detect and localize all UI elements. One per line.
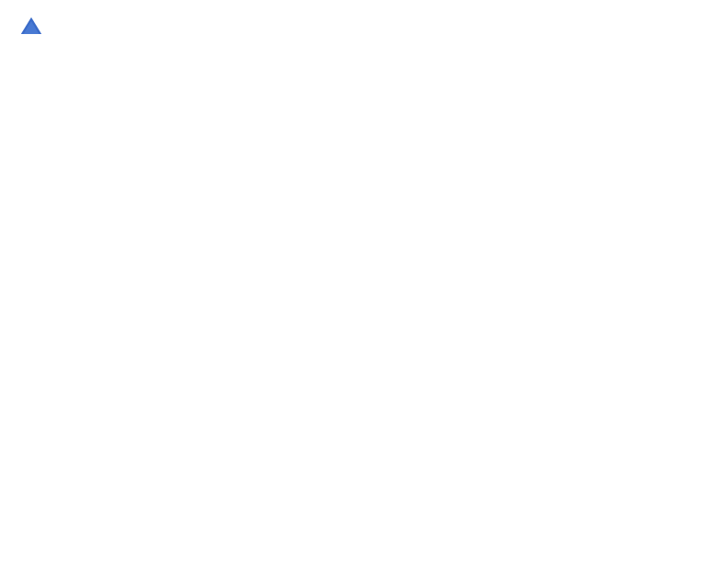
logo-icon bbox=[18, 15, 44, 40]
page-header bbox=[18, 15, 710, 40]
logo bbox=[18, 15, 48, 40]
